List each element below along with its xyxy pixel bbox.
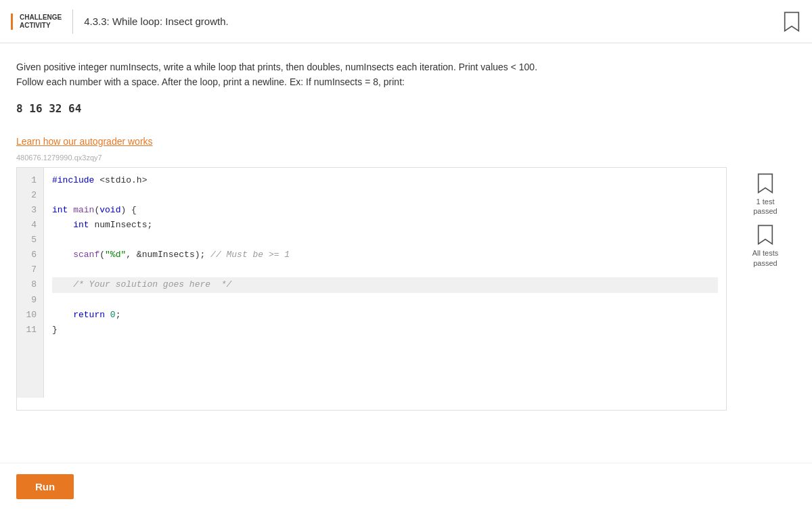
header-bookmark-icon[interactable] <box>782 11 801 32</box>
code-content[interactable]: #include <stdio.h> int main(void) { int … <box>44 168 726 398</box>
code-line-7 <box>52 262 718 277</box>
challenge-label: CHALLENGE ACTIVITY <box>11 14 62 30</box>
code-editor-inner[interactable]: 1 2 3 4 5 6 7 8 9 10 11 #include <stdio.… <box>17 168 726 398</box>
status-panel: 1 testpassed All testspassed <box>735 167 796 411</box>
code-line-1: #include <stdio.h> <box>52 173 718 188</box>
header-divider <box>72 9 73 34</box>
code-line-5 <box>52 233 718 248</box>
description-line1: Given positive integer numInsects, write… <box>16 60 796 90</box>
code-line-9 <box>52 293 718 308</box>
main-content: Given positive integer numInsects, write… <box>0 43 812 463</box>
test1-status: 1 testpassed <box>753 172 777 216</box>
code-line-10: return 0; <box>52 308 718 323</box>
all-tests-label: All testspassed <box>752 248 779 268</box>
code-line-6: scanf("%d", &numInsects); // Must be >= … <box>52 248 718 262</box>
run-button[interactable]: Run <box>16 474 74 499</box>
all-tests-bookmark-icon <box>756 224 775 246</box>
code-line-2 <box>52 188 718 203</box>
code-line-4: int numInsects; <box>52 218 718 233</box>
line-numbers: 1 2 3 4 5 6 7 8 9 10 11 <box>17 168 44 398</box>
example-output: 8 16 32 64 <box>16 102 796 115</box>
file-id-label: 480676.1279990.qx3zqy7 <box>16 154 796 162</box>
code-line-8: /* Your solution goes here */ <box>52 277 718 292</box>
code-section: 1 2 3 4 5 6 7 8 9 10 11 #include <stdio.… <box>16 167 796 411</box>
page-wrapper: CHALLENGE ACTIVITY 4.3.3: While loop: In… <box>0 0 812 510</box>
code-line-3: int main(void) { <box>52 203 718 218</box>
code-editor[interactable]: 1 2 3 4 5 6 7 8 9 10 11 #include <stdio.… <box>16 167 727 411</box>
run-area: Run <box>0 463 812 510</box>
header: CHALLENGE ACTIVITY 4.3.3: While loop: In… <box>0 0 812 43</box>
test1-bookmark-icon <box>756 172 775 194</box>
test1-label: 1 testpassed <box>753 197 777 216</box>
autograder-link[interactable]: Learn how our autograder works <box>16 136 153 147</box>
code-line-11: } <box>52 323 718 338</box>
challenge-label-line1: CHALLENGE <box>20 14 62 22</box>
all-tests-status: All testspassed <box>752 224 779 268</box>
page-title: 4.3.3: While loop: Insect growth. <box>84 16 782 27</box>
challenge-label-line2: ACTIVITY <box>20 22 62 30</box>
